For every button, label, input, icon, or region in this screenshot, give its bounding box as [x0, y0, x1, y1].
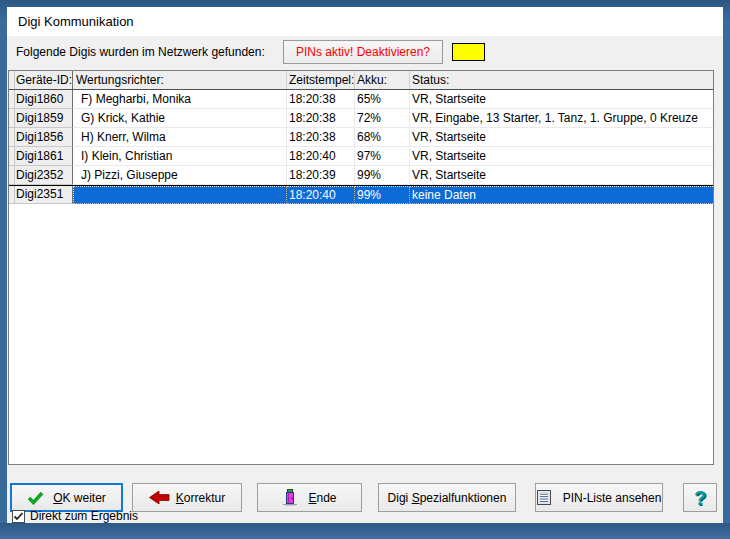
- ende-button[interactable]: Ende: [257, 483, 362, 512]
- cell-status: VR, Eingabe, 13 Starter, 1. Tanz, 1. Gru…: [410, 109, 713, 128]
- direkt-zum-ergebnis-checkbox[interactable]: [12, 510, 25, 523]
- cell-device-id: Digi2352: [15, 166, 73, 185]
- table-row[interactable]: Digi2352 J) Pizzi, Giuseppe 18:20:39 99%…: [9, 166, 713, 185]
- korrektur-button[interactable]: Korrektur: [132, 483, 242, 512]
- table-header-row: Geräte-ID: Wertungsrichter: Zeitstempel:…: [9, 71, 713, 90]
- cell-timestamp: 18:20:38: [287, 90, 355, 109]
- cell-battery: 99%: [355, 166, 410, 185]
- cell-status: VR, Startseite: [410, 166, 713, 185]
- cell-judge: F) Megharbi, Monika: [73, 90, 287, 109]
- pin-liste-ansehen-button[interactable]: PIN-Liste ansehen: [535, 483, 663, 512]
- checkbox-label: Direkt zum Ergebnis: [30, 509, 138, 524]
- window-title: Digi Kommunikation: [18, 7, 134, 36]
- cell-timestamp: 18:20:38: [287, 109, 355, 128]
- header-timestamp: Zeitstempel:: [287, 71, 355, 89]
- cell-timestamp: 18:20:40: [287, 147, 355, 166]
- found-devices-label: Folgende Digis wurden im Netzwerk gefund…: [16, 44, 265, 60]
- header-status: Status:: [410, 71, 713, 89]
- table-row[interactable]: Digi1856 H) Knerr, Wilma 18:20:38 68% VR…: [9, 128, 713, 147]
- ok-weiter-button[interactable]: OK weiter: [10, 483, 123, 512]
- window-frame: Digi Kommunikation Folgende Digis wurden…: [0, 0, 730, 539]
- cell-device-id: Digi1856: [15, 128, 73, 147]
- cell-battery: 65%: [355, 90, 410, 109]
- question-mark-icon: ?: [694, 488, 706, 508]
- cell-judge: I) Klein, Christian: [73, 147, 287, 166]
- cell-status: VR, Startseite: [410, 147, 713, 166]
- cell-judge: [73, 186, 287, 204]
- cell-device-id: Digi2351: [15, 186, 73, 204]
- cell-judge: G) Krick, Kathie: [73, 109, 287, 128]
- table-row[interactable]: Digi1859 G) Krick, Kathie 18:20:38 72% V…: [9, 109, 713, 128]
- table-row[interactable]: Digi1860 F) Megharbi, Monika 18:20:38 65…: [9, 90, 713, 109]
- cell-battery: 72%: [355, 109, 410, 128]
- cell-timestamp: 18:20:39: [287, 166, 355, 185]
- cell-judge: J) Pizzi, Giuseppe: [73, 166, 287, 185]
- cell-status: VR, Startseite: [410, 90, 713, 109]
- window-bottom-border: [0, 523, 730, 539]
- cell-battery: 97%: [355, 147, 410, 166]
- table-row[interactable]: Digi1861 I) Klein, Christian 18:20:40 97…: [9, 147, 713, 166]
- cell-timestamp: 18:20:40: [287, 186, 355, 204]
- header-battery: Akku:: [355, 71, 410, 89]
- cell-judge: H) Knerr, Wilma: [73, 128, 287, 147]
- pin-status-swatch: [452, 43, 485, 61]
- cell-device-id: Digi1859: [15, 109, 73, 128]
- digi-spezialfunktionen-button[interactable]: Digi Spezialfunktionen: [378, 483, 516, 512]
- arrow-left-icon: [149, 463, 170, 532]
- cell-status: keine Daten: [410, 186, 713, 204]
- cell-device-id: Digi1861: [15, 147, 73, 166]
- cell-device-id: Digi1860: [15, 90, 73, 109]
- cell-battery: 68%: [355, 128, 410, 147]
- cell-status: VR, Startseite: [410, 128, 713, 147]
- header-judge: Wertungsrichter:: [73, 71, 287, 89]
- table-row-selected[interactable]: Digi2351 18:20:40 99% keine Daten: [9, 185, 713, 204]
- cell-timestamp: 18:20:38: [287, 128, 355, 147]
- checkmark-icon: [13, 511, 24, 522]
- devices-table[interactable]: Geräte-ID: Wertungsrichter: Zeitstempel:…: [8, 70, 714, 465]
- pins-deactivate-button[interactable]: PINs aktiv! Deaktivieren?: [283, 40, 443, 64]
- cell-battery: 99%: [355, 186, 410, 204]
- header-device-id: Geräte-ID:: [15, 71, 73, 89]
- help-button[interactable]: ?: [683, 483, 717, 512]
